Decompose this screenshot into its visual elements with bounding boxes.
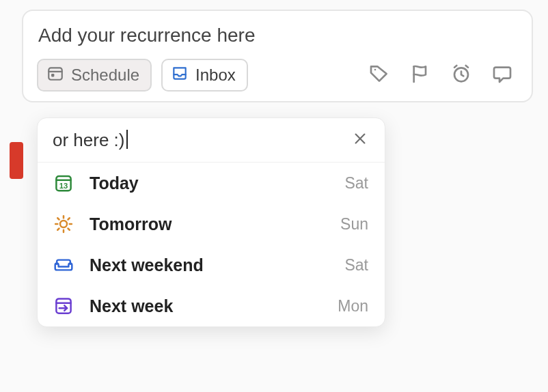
svg-rect-19 bbox=[56, 298, 70, 313]
svg-rect-0 bbox=[49, 68, 62, 79]
red-accent-tab bbox=[10, 142, 23, 179]
svg-line-15 bbox=[57, 218, 59, 219]
svg-line-17 bbox=[57, 229, 59, 230]
sun-icon bbox=[53, 213, 74, 235]
schedule-dropdown: or here :) 13 Today S bbox=[37, 117, 385, 327]
flag-button[interactable] bbox=[405, 61, 436, 89]
reminder-button[interactable] bbox=[446, 61, 477, 89]
dropdown-item-label: Next week bbox=[90, 296, 323, 316]
dropdown-item-hint: Sat bbox=[344, 256, 368, 275]
dropdown-item-hint: Sat bbox=[344, 174, 368, 193]
inbox-chip-label: Inbox bbox=[195, 66, 236, 85]
comment-button[interactable] bbox=[487, 61, 518, 89]
dropdown-item-label: Tomorrow bbox=[90, 214, 325, 234]
calendar-13-icon: 13 bbox=[53, 172, 74, 194]
dropdown-item-label: Next weekend bbox=[90, 255, 329, 275]
dropdown-item-hint: Mon bbox=[338, 297, 368, 316]
schedule-chip-label: Schedule bbox=[71, 66, 139, 85]
dropdown-item-label: Today bbox=[90, 173, 329, 193]
couch-icon bbox=[53, 254, 74, 276]
tag-icon bbox=[368, 63, 390, 87]
svg-text:13: 13 bbox=[59, 182, 68, 190]
dropdown-item-tomorrow[interactable]: Tomorrow Sun bbox=[38, 204, 385, 244]
dropdown-item-next-week[interactable]: Next week Mon bbox=[38, 285, 385, 326]
svg-point-3 bbox=[374, 69, 376, 71]
tag-button[interactable] bbox=[364, 61, 395, 89]
close-icon bbox=[353, 131, 368, 149]
task-card: Add your recurrence here Schedule bbox=[22, 10, 533, 102]
arrow-box-icon bbox=[53, 295, 74, 317]
text-caret bbox=[126, 130, 128, 149]
inbox-chip[interactable]: Inbox bbox=[161, 59, 248, 92]
comment-icon bbox=[491, 63, 513, 87]
svg-line-16 bbox=[68, 229, 70, 230]
task-toolbar: Schedule Inbox bbox=[37, 59, 518, 92]
dropdown-search-input[interactable]: or here :) bbox=[53, 130, 348, 151]
dropdown-search-value: or here :) bbox=[53, 130, 125, 150]
svg-rect-2 bbox=[51, 74, 54, 76]
dropdown-item-today[interactable]: 13 Today Sat bbox=[38, 163, 385, 204]
schedule-chip[interactable]: Schedule bbox=[37, 59, 152, 92]
inbox-icon bbox=[171, 64, 189, 86]
svg-point-10 bbox=[60, 221, 67, 227]
alarm-clock-icon bbox=[450, 63, 472, 87]
flag-icon bbox=[409, 63, 431, 87]
dropdown-item-next-weekend[interactable]: Next weekend Sat bbox=[38, 244, 385, 285]
calendar-icon bbox=[46, 64, 64, 86]
dropdown-clear-button[interactable] bbox=[348, 128, 372, 152]
dropdown-search-row: or here :) bbox=[38, 118, 385, 162]
dropdown-item-hint: Sun bbox=[340, 215, 368, 234]
svg-line-18 bbox=[68, 218, 70, 219]
task-title-input[interactable]: Add your recurrence here bbox=[37, 20, 518, 59]
